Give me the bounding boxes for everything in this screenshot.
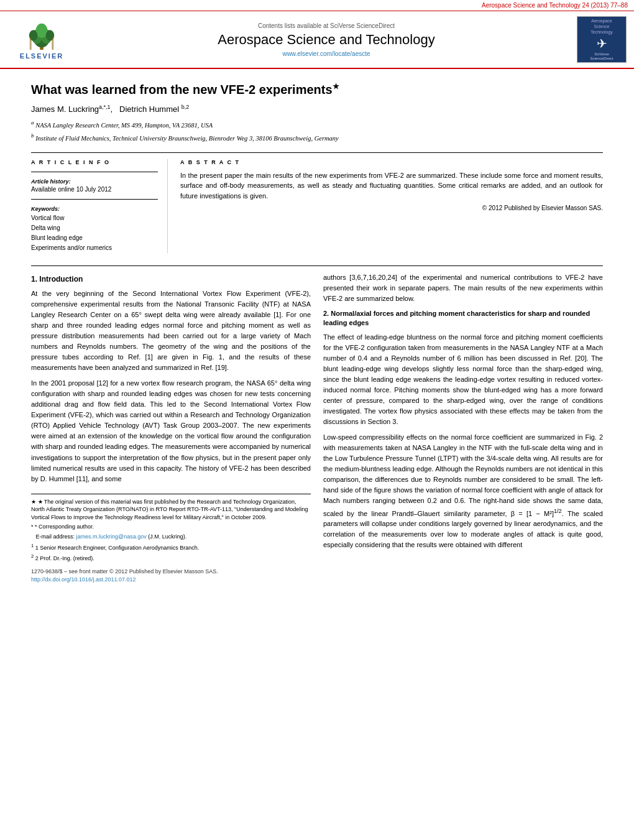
footnote-2: 2 2 Prof. Dr.-Ing. (retired). — [31, 553, 311, 563]
abstract-text: In the present paper the main results of… — [180, 170, 603, 201]
affil-b-label: b — [31, 132, 34, 139]
footnote-corresponding: * * Corresponding author. — [31, 523, 311, 531]
journal-center: Contents lists available at SciVerse Sci… — [76, 22, 577, 57]
logo-right-top: AerospaceScienceTechnology — [590, 18, 612, 35]
affil-b-text: Institute of Fluid Mechanics, Technical … — [35, 134, 339, 141]
issn-info: 1270-9638/$ – see front matter © 2012 Pu… — [31, 568, 311, 584]
keywords-label: Keywords: — [31, 206, 158, 212]
keyword-3: Blunt leading edge — [31, 233, 158, 243]
footnotes: ★ ★ The original version of this materia… — [31, 494, 311, 563]
section1-col2-para1: authors [3,6,7,16,20,24] of the experime… — [323, 272, 603, 304]
article-info: A R T I C L E I N F O Article history: A… — [31, 159, 168, 253]
divider-info2 — [31, 199, 158, 200]
footnote-1: 1 1 Senior Research Engineer, Configurat… — [31, 543, 311, 552]
contents-available: Contents lists available at SciVerse Sci… — [76, 22, 577, 29]
keyword-4: Experiments and/or numerics — [31, 243, 158, 253]
plane-icon: ✈ — [597, 36, 607, 51]
main-content: What was learned from the new VFE-2 expe… — [0, 69, 634, 597]
doi-link[interactable]: http://dx.doi.org/10.1016/j.ast.2011.07.… — [31, 576, 311, 584]
footnote-star: ★ ★ The original version of this materia… — [31, 498, 311, 522]
journal-url: www.elsevier.com/locate/aescte — [76, 50, 577, 57]
affil-b: b Institute of Fluid Mechanics, Technica… — [31, 132, 603, 143]
section1-para2: In the 2001 proposal [12] for a new vort… — [31, 378, 311, 484]
history-label: Article history: — [31, 178, 158, 185]
issn-text: 1270-9638/$ – see front matter © 2012 Pu… — [31, 568, 311, 576]
keyword-2: Delta wing — [31, 223, 158, 233]
footnote-email: E-mail address: james.m.luckring@nasa.go… — [31, 533, 311, 541]
article-info-title: A R T I C L E I N F O — [31, 159, 158, 165]
section1-heading: 1. Introduction — [31, 275, 311, 284]
section2-para1: The effect of leading-edge bluntness on … — [323, 332, 603, 427]
abstract-copyright: © 2012 Published by Elsevier Masson SAS. — [180, 205, 603, 211]
title-star: ★ — [333, 82, 339, 91]
abstract-title: A B S T R A C T — [180, 159, 603, 165]
author2-sup: b,2 — [181, 104, 190, 110]
section1-para1: At the very beginning of the Second Inte… — [31, 288, 311, 373]
divider-2 — [31, 265, 603, 266]
elsevier-wordmark: ELSEVIER — [20, 52, 63, 60]
authors: James M. Luckringa,*,1, Dietrich Hummel … — [31, 104, 603, 114]
divider-1 — [31, 152, 603, 153]
author2-name: Dietrich Hummel — [119, 104, 179, 114]
journal-header: ELSEVIER Contents lists available at Sci… — [0, 11, 634, 69]
affiliations: a NASA Langley Research Center, MS 499, … — [31, 119, 603, 143]
email-link[interactable]: james.m.luckring@nasa.gov — [76, 533, 147, 540]
history-date: Available online 10 July 2012 — [31, 186, 158, 193]
elsevier-logo: ELSEVIER — [7, 16, 76, 63]
keywords-list: Vortical flow Delta wing Blunt leading e… — [31, 213, 158, 253]
elsevier-tree-icon — [23, 20, 60, 51]
journal-reference: Aerospace Science and Technology 24 (201… — [482, 2, 628, 9]
affil-a-text: NASA Langley Research Center, MS 499, Ha… — [35, 122, 213, 129]
section2-heading: 2. Normal/axial forces and pitching mome… — [323, 309, 603, 328]
svg-rect-7 — [30, 37, 32, 49]
top-bar: Aerospace Science and Technology 24 (201… — [0, 0, 634, 11]
paper-title: What was learned from the new VFE-2 expe… — [31, 81, 603, 98]
divider-info — [31, 172, 158, 172]
author1-name: James M. Luckring — [31, 104, 99, 114]
section2-para2: Low-speed compressibility effects on the… — [323, 432, 603, 550]
journal-logo-right: AerospaceScienceTechnology ✈ SciVerseSci… — [577, 16, 627, 63]
abstract-section: A B S T R A C T In the present paper the… — [180, 159, 603, 253]
svg-rect-8 — [52, 37, 53, 49]
affil-a: a NASA Langley Research Center, MS 499, … — [31, 119, 603, 130]
affil-a-label: a — [31, 119, 34, 126]
journal-title: Aerospace Science and Technology — [76, 32, 577, 48]
svg-point-4 — [35, 23, 47, 37]
article-meta: A R T I C L E I N F O Article history: A… — [31, 159, 603, 253]
body-col-left: 1. Introduction At the very beginning of… — [31, 272, 311, 584]
author1-sup: a,*,1 — [99, 104, 111, 110]
body-columns: 1. Introduction At the very beginning of… — [31, 272, 603, 584]
keyword-1: Vortical flow — [31, 213, 158, 223]
body-col-right: authors [3,6,7,16,20,24] of the experime… — [323, 272, 603, 584]
logo-right-bottom: SciVerseScienceDirect — [590, 52, 613, 61]
